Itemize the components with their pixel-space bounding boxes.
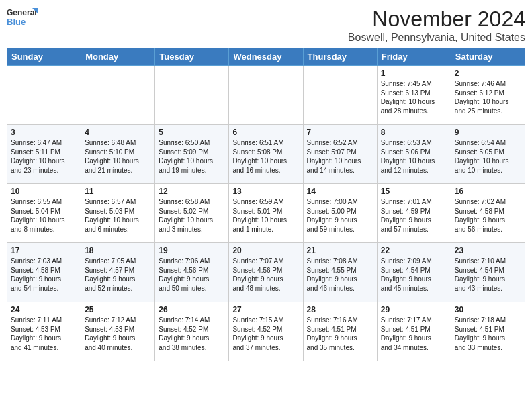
day-info: Sunrise: 7:02 AM Sunset: 4:58 PM Dayligh… — [455, 197, 521, 234]
calendar-cell: 11Sunrise: 6:57 AM Sunset: 5:03 PM Dayli… — [81, 184, 155, 243]
day-number: 27 — [232, 305, 299, 314]
calendar-cell: 21Sunrise: 7:08 AM Sunset: 4:55 PM Dayli… — [303, 243, 377, 302]
day-info: Sunrise: 6:50 AM Sunset: 5:09 PM Dayligh… — [159, 138, 225, 175]
day-info: Sunrise: 6:52 AM Sunset: 5:07 PM Dayligh… — [307, 138, 373, 175]
day-number: 15 — [381, 187, 447, 196]
day-info: Sunrise: 7:08 AM Sunset: 4:55 PM Dayligh… — [307, 257, 373, 293]
calendar-cell — [229, 66, 303, 125]
day-number: 9 — [455, 128, 521, 137]
day-info: Sunrise: 7:18 AM Sunset: 4:51 PM Dayligh… — [455, 316, 521, 352]
calendar-week-row: 3Sunrise: 6:47 AM Sunset: 5:11 PM Daylig… — [7, 125, 525, 184]
logo: GeneralBlue — [7, 7, 42, 28]
calendar-cell: 2Sunrise: 7:46 AM Sunset: 6:12 PM Daylig… — [451, 66, 525, 125]
calendar-cell: 8Sunrise: 6:53 AM Sunset: 5:06 PM Daylig… — [377, 125, 451, 184]
logo-icon: GeneralBlue — [7, 7, 40, 28]
page-header: GeneralBlue November 2024 Boswell, Penns… — [7, 7, 525, 44]
day-number: 16 — [455, 187, 521, 196]
day-info: Sunrise: 7:16 AM Sunset: 4:51 PM Dayligh… — [307, 316, 373, 352]
day-number: 1 — [381, 68, 447, 78]
calendar-cell: 5Sunrise: 6:50 AM Sunset: 5:09 PM Daylig… — [155, 125, 229, 184]
calendar-cell: 20Sunrise: 7:07 AM Sunset: 4:56 PM Dayli… — [229, 243, 303, 302]
calendar-cell: 10Sunrise: 6:55 AM Sunset: 5:04 PM Dayli… — [7, 184, 81, 243]
day-info: Sunrise: 7:15 AM Sunset: 4:52 PM Dayligh… — [232, 316, 299, 352]
calendar-cell: 1Sunrise: 7:45 AM Sunset: 6:13 PM Daylig… — [377, 66, 451, 125]
calendar-cell: 4Sunrise: 6:48 AM Sunset: 5:10 PM Daylig… — [81, 125, 155, 184]
day-number: 4 — [85, 128, 151, 137]
day-number: 23 — [455, 246, 521, 255]
day-info: Sunrise: 6:59 AM Sunset: 5:01 PM Dayligh… — [232, 197, 299, 234]
day-info: Sunrise: 7:05 AM Sunset: 4:57 PM Dayligh… — [85, 257, 151, 293]
day-number: 18 — [85, 246, 151, 255]
column-header-tuesday: Tuesday — [155, 48, 229, 66]
day-info: Sunrise: 7:03 AM Sunset: 4:58 PM Dayligh… — [11, 257, 77, 293]
day-number: 24 — [11, 305, 77, 314]
day-info: Sunrise: 6:58 AM Sunset: 5:02 PM Dayligh… — [159, 197, 225, 234]
column-header-saturday: Saturday — [451, 48, 525, 66]
location-subtitle: Boswell, Pennsylvania, United States — [348, 32, 525, 44]
day-info: Sunrise: 6:55 AM Sunset: 5:04 PM Dayligh… — [11, 197, 77, 234]
day-info: Sunrise: 6:51 AM Sunset: 5:08 PM Dayligh… — [232, 138, 299, 175]
day-info: Sunrise: 7:17 AM Sunset: 4:51 PM Dayligh… — [381, 316, 447, 352]
day-info: Sunrise: 7:00 AM Sunset: 5:00 PM Dayligh… — [307, 197, 373, 234]
calendar-header-row: SundayMondayTuesdayWednesdayThursdayFrid… — [7, 48, 525, 66]
day-info: Sunrise: 7:10 AM Sunset: 4:54 PM Dayligh… — [455, 257, 521, 293]
day-number: 12 — [159, 187, 225, 196]
calendar-cell: 12Sunrise: 6:58 AM Sunset: 5:02 PM Dayli… — [155, 184, 229, 243]
day-number: 21 — [307, 246, 373, 255]
day-number: 26 — [159, 305, 225, 314]
column-header-monday: Monday — [81, 48, 155, 66]
day-info: Sunrise: 7:07 AM Sunset: 4:56 PM Dayligh… — [232, 257, 299, 293]
day-info: Sunrise: 7:46 AM Sunset: 6:12 PM Dayligh… — [455, 79, 521, 116]
day-number: 14 — [307, 187, 373, 196]
day-number: 6 — [232, 128, 299, 137]
svg-text:Blue: Blue — [7, 17, 26, 27]
calendar-cell: 9Sunrise: 6:54 AM Sunset: 5:05 PM Daylig… — [451, 125, 525, 184]
day-info: Sunrise: 6:54 AM Sunset: 5:05 PM Dayligh… — [455, 138, 521, 175]
calendar-week-row: 24Sunrise: 7:11 AM Sunset: 4:53 PM Dayli… — [7, 302, 525, 361]
calendar-cell — [155, 66, 229, 125]
calendar-cell: 28Sunrise: 7:16 AM Sunset: 4:51 PM Dayli… — [303, 302, 377, 361]
day-info: Sunrise: 6:47 AM Sunset: 5:11 PM Dayligh… — [11, 138, 77, 175]
column-header-friday: Friday — [377, 48, 451, 66]
day-info: Sunrise: 7:12 AM Sunset: 4:53 PM Dayligh… — [85, 316, 151, 352]
calendar-week-row: 17Sunrise: 7:03 AM Sunset: 4:58 PM Dayli… — [7, 243, 525, 302]
day-number: 22 — [381, 246, 447, 255]
calendar-cell: 27Sunrise: 7:15 AM Sunset: 4:52 PM Dayli… — [229, 302, 303, 361]
calendar-cell: 23Sunrise: 7:10 AM Sunset: 4:54 PM Dayli… — [451, 243, 525, 302]
calendar-cell: 13Sunrise: 6:59 AM Sunset: 5:01 PM Dayli… — [229, 184, 303, 243]
day-number: 29 — [381, 305, 447, 314]
day-number: 28 — [307, 305, 373, 314]
calendar-cell: 17Sunrise: 7:03 AM Sunset: 4:58 PM Dayli… — [7, 243, 81, 302]
calendar-week-row: 1Sunrise: 7:45 AM Sunset: 6:13 PM Daylig… — [7, 66, 525, 125]
calendar-cell: 24Sunrise: 7:11 AM Sunset: 4:53 PM Dayli… — [7, 302, 81, 361]
calendar-cell — [7, 66, 81, 125]
day-info: Sunrise: 6:57 AM Sunset: 5:03 PM Dayligh… — [85, 197, 151, 234]
calendar-cell: 7Sunrise: 6:52 AM Sunset: 5:07 PM Daylig… — [303, 125, 377, 184]
day-number: 10 — [11, 187, 77, 196]
calendar-cell: 15Sunrise: 7:01 AM Sunset: 4:59 PM Dayli… — [377, 184, 451, 243]
day-number: 5 — [159, 128, 225, 137]
day-number: 8 — [381, 128, 447, 137]
calendar-cell: 3Sunrise: 6:47 AM Sunset: 5:11 PM Daylig… — [7, 125, 81, 184]
calendar-cell — [81, 66, 155, 125]
day-number: 30 — [455, 305, 521, 314]
calendar-week-row: 10Sunrise: 6:55 AM Sunset: 5:04 PM Dayli… — [7, 184, 525, 243]
day-info: Sunrise: 7:09 AM Sunset: 4:54 PM Dayligh… — [381, 257, 447, 293]
day-info: Sunrise: 6:53 AM Sunset: 5:06 PM Dayligh… — [381, 138, 447, 175]
column-header-thursday: Thursday — [303, 48, 377, 66]
day-info: Sunrise: 7:06 AM Sunset: 4:56 PM Dayligh… — [159, 257, 225, 293]
calendar-cell: 22Sunrise: 7:09 AM Sunset: 4:54 PM Dayli… — [377, 243, 451, 302]
column-header-sunday: Sunday — [7, 48, 81, 66]
calendar-cell: 29Sunrise: 7:17 AM Sunset: 4:51 PM Dayli… — [377, 302, 451, 361]
calendar-cell: 6Sunrise: 6:51 AM Sunset: 5:08 PM Daylig… — [229, 125, 303, 184]
title-block: November 2024 Boswell, Pennsylvania, Uni… — [348, 7, 525, 44]
calendar-cell: 16Sunrise: 7:02 AM Sunset: 4:58 PM Dayli… — [451, 184, 525, 243]
calendar-table: SundayMondayTuesdayWednesdayThursdayFrid… — [7, 48, 525, 361]
calendar-cell: 19Sunrise: 7:06 AM Sunset: 4:56 PM Dayli… — [155, 243, 229, 302]
day-number: 25 — [85, 305, 151, 314]
column-header-wednesday: Wednesday — [229, 48, 303, 66]
calendar-cell: 14Sunrise: 7:00 AM Sunset: 5:00 PM Dayli… — [303, 184, 377, 243]
day-number: 19 — [159, 246, 225, 255]
day-number: 11 — [85, 187, 151, 196]
day-info: Sunrise: 7:45 AM Sunset: 6:13 PM Dayligh… — [381, 79, 447, 116]
